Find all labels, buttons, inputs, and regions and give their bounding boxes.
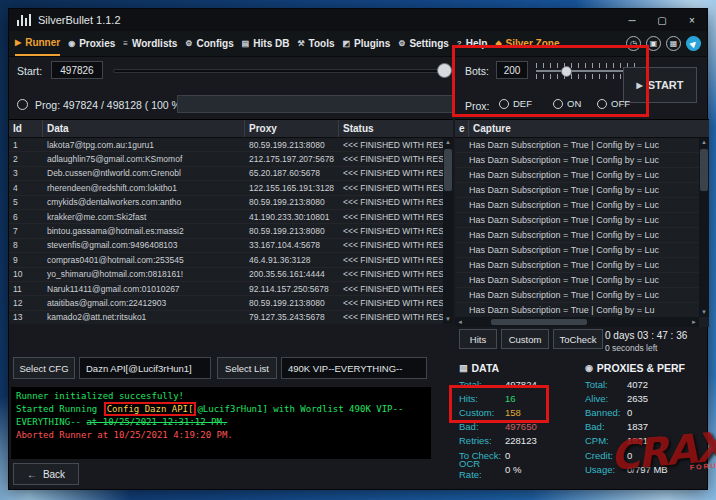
col-status[interactable]: Status bbox=[339, 120, 453, 137]
capture-scrollbar[interactable]: ▲ ▼ bbox=[699, 138, 709, 317]
start-position-input[interactable]: 497826 bbox=[51, 61, 103, 79]
table-row[interactable]: 9 compras0401@hotmail.com:253545 46.4.91… bbox=[9, 253, 443, 267]
capture-row[interactable]: Has Dazn Subscription = True | Config by… bbox=[455, 228, 699, 243]
title-bar[interactable]: SilverBullet 1.1.2 ─ ▢ × bbox=[9, 9, 707, 31]
scroll-down-icon[interactable]: ▼ bbox=[445, 315, 451, 324]
radio-icon bbox=[499, 99, 509, 109]
capture-col-partial[interactable]: e bbox=[455, 120, 469, 137]
scroll-left-icon[interactable]: ◄ bbox=[455, 319, 465, 325]
col-id[interactable]: Id bbox=[9, 120, 43, 137]
proxy-mode-def-radio[interactable]: DEF bbox=[499, 98, 532, 109]
capture-hscrollbar[interactable]: ◄ ► bbox=[455, 317, 699, 327]
capture-col-title[interactable]: Capture bbox=[469, 120, 709, 137]
cell-id: 3 bbox=[9, 168, 43, 178]
tab-hits[interactable]: Hits bbox=[459, 329, 497, 349]
scroll-track[interactable] bbox=[700, 147, 708, 308]
capture-row[interactable]: Has Dazn Subscription = True | Config by… bbox=[455, 213, 699, 228]
cell-proxy: 46.4.91.36:3128 bbox=[245, 255, 339, 265]
scroll-track[interactable] bbox=[444, 147, 452, 315]
bots-input[interactable]: 200 bbox=[496, 61, 528, 79]
tab-settings[interactable]: ⚙ Settings bbox=[398, 31, 449, 56]
cell-data: Deb.cussen@ntlworld.com:Grenobl bbox=[43, 168, 245, 178]
table-row[interactable]: 2 adlaughlin75@gmail.com:KSmomof 212.175… bbox=[9, 152, 443, 166]
tab-tocheck[interactable]: ToCheck bbox=[553, 329, 603, 349]
tab-configs[interactable]: ⚙ Configs bbox=[185, 31, 233, 56]
cell-id: 12 bbox=[9, 298, 43, 308]
capture-row[interactable]: Has Dazn Subscription = True | Config by… bbox=[455, 168, 699, 183]
capture-row-text: Has Dazn Subscription = True | Config by… bbox=[469, 275, 659, 285]
table-row[interactable]: 5 cmykids@dentalworkers.com:antho 80.59.… bbox=[9, 196, 443, 210]
scroll-right-icon[interactable]: ► bbox=[689, 319, 699, 325]
tab-runner-label: Runner bbox=[25, 37, 60, 48]
start-slider-handle[interactable] bbox=[437, 63, 452, 78]
table-row[interactable]: 13 kamado2@att.net:ritsuko1 79.127.35.24… bbox=[9, 311, 443, 324]
scroll-down-icon[interactable]: ▼ bbox=[701, 308, 707, 317]
table-row[interactable]: 8 stevenfis@gmail.com:9496408103 33.167.… bbox=[9, 239, 443, 253]
capture-row-text: Has Dazn Subscription = True | Config by… bbox=[469, 200, 659, 210]
capture-row[interactable]: Has Dazn Subscription = True | Config by… bbox=[455, 138, 699, 153]
table-row[interactable]: 1 lakota7@tpg.com.au:1guru1 80.59.199.21… bbox=[9, 138, 443, 152]
start-position-slider[interactable] bbox=[113, 69, 443, 73]
capture-row[interactable]: Has Dazn Subscription = True | Config by… bbox=[455, 303, 699, 318]
capture-row[interactable]: Has Dazn Subscription = True | Config by… bbox=[455, 273, 699, 288]
tab-silver-zone[interactable]: ◆ Silver Zone bbox=[495, 31, 559, 56]
cell-status: <<< FINISHED WITH RES bbox=[339, 226, 443, 236]
window-overlay-icon[interactable]: ▦ bbox=[666, 36, 681, 51]
table-row[interactable]: 3 Deb.cussen@ntlworld.com:Grenobl 65.20.… bbox=[9, 167, 443, 181]
telegram-icon[interactable]: ▶ bbox=[683, 33, 704, 54]
table-row[interactable]: 10 yo_shimaru@hotmail.com:0818161! 200.3… bbox=[9, 268, 443, 282]
minimize-button[interactable]: ─ bbox=[617, 9, 647, 31]
scroll-thumb[interactable] bbox=[491, 319, 587, 325]
cell-proxy: 41.190.233.30:10801 bbox=[245, 212, 339, 222]
table-row[interactable]: 11 Naruk11411@gmail.com:01010267 92.114.… bbox=[9, 282, 443, 296]
help-icon: ? bbox=[457, 39, 462, 48]
scroll-up-icon[interactable]: ▲ bbox=[701, 138, 707, 147]
cell-id: 9 bbox=[9, 255, 43, 265]
table-row[interactable]: 4 rherendeen@redshift.com:lokitho1 122.1… bbox=[9, 181, 443, 195]
cell-data: rherendeen@redshift.com:lokitho1 bbox=[43, 183, 245, 193]
maximize-button[interactable]: ▢ bbox=[647, 9, 677, 31]
capture-row[interactable]: Has Dazn Subscription = True | Config by… bbox=[455, 198, 699, 213]
tab-hits-db[interactable]: ▤ Hits DB bbox=[242, 31, 290, 56]
capture-row[interactable]: Has Dazn Subscription = True | Config by… bbox=[455, 243, 699, 258]
scroll-thumb[interactable] bbox=[444, 149, 452, 191]
bots-slider-handle[interactable] bbox=[561, 66, 572, 77]
tab-tools[interactable]: ⚒ Tools bbox=[297, 31, 334, 56]
progress-radio[interactable] bbox=[17, 99, 28, 110]
back-button[interactable]: ← Back bbox=[13, 463, 79, 485]
proxy-mode-off-radio[interactable]: OFF bbox=[597, 98, 630, 109]
proxy-mode-on-radio[interactable]: ON bbox=[553, 98, 581, 109]
tab-plugins[interactable]: ◩ Plugins bbox=[343, 31, 391, 56]
col-data[interactable]: Data bbox=[43, 120, 245, 137]
silver-zone-icon: ◆ bbox=[495, 39, 501, 48]
close-button[interactable]: × bbox=[677, 9, 707, 31]
tab-wordlists[interactable]: ≡ Wordlists bbox=[123, 31, 177, 56]
select-config-button[interactable]: Select CFG bbox=[13, 357, 75, 379]
scroll-track[interactable] bbox=[465, 318, 689, 326]
select-wordlist-button[interactable]: Select List bbox=[217, 357, 277, 379]
table-row[interactable]: 7 bintou.gassama@hotmail.es:massi2 80.59… bbox=[9, 224, 443, 238]
screenshot-icon[interactable]: ▣ bbox=[646, 36, 661, 51]
tab-help[interactable]: ? Help bbox=[457, 31, 488, 56]
scroll-thumb[interactable] bbox=[700, 149, 708, 191]
capture-row[interactable]: Has Dazn Subscription = True | Config by… bbox=[455, 258, 699, 273]
scroll-up-icon[interactable]: ▲ bbox=[445, 138, 451, 147]
table-scrollbar[interactable]: ▲ ▼ bbox=[443, 138, 453, 324]
history-icon[interactable]: ◷ bbox=[626, 36, 641, 51]
cell-id: 6 bbox=[9, 212, 43, 222]
table-row[interactable]: 6 krakker@me.com:Ski2fast 41.190.233.30:… bbox=[9, 210, 443, 224]
log-config-highlight: Config Dazn API[ bbox=[104, 402, 197, 416]
tab-proxies[interactable]: ◉ Proxies bbox=[68, 31, 115, 56]
cell-data: krakker@me.com:Ski2fast bbox=[43, 212, 245, 222]
tab-runner[interactable]: ▶ Runner bbox=[15, 31, 60, 56]
tab-custom[interactable]: Custom bbox=[501, 329, 549, 349]
capture-row[interactable]: Has Dazn Subscription = True | Config by… bbox=[455, 183, 699, 198]
cell-id: 11 bbox=[9, 284, 43, 294]
table-row[interactable]: 12 ataitibas@gmail.com:22412903 80.59.19… bbox=[9, 296, 443, 310]
cell-id: 4 bbox=[9, 183, 43, 193]
capture-row-text: Has Dazn Subscription = True | Config by… bbox=[469, 155, 659, 165]
start-button[interactable]: ▶ START bbox=[623, 67, 697, 103]
capture-row[interactable]: Has Dazn Subscription = True | Config by… bbox=[455, 288, 699, 303]
col-proxy[interactable]: Proxy bbox=[245, 120, 339, 137]
capture-row[interactable]: Has Dazn Subscription = True | Config by… bbox=[455, 153, 699, 168]
